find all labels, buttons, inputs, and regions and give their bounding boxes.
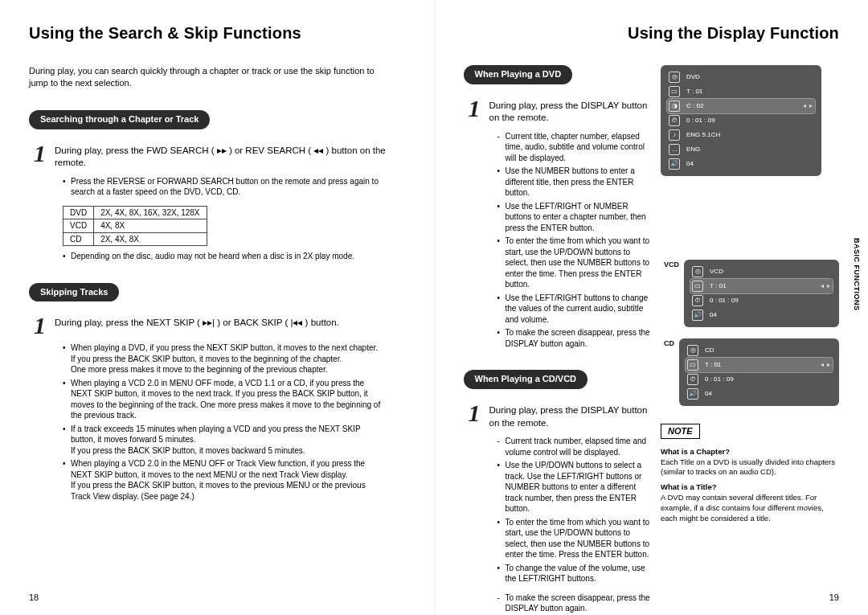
osd-icon: ⏱ bbox=[692, 295, 703, 306]
osd-text: ENG 5.1CH bbox=[686, 131, 720, 140]
arrows-icon: ◂ ▸ bbox=[821, 282, 831, 291]
note-block: What is a Chapter? Each Title on a DVD i… bbox=[661, 447, 839, 524]
section-heading-cdvcd: When Playing a CD/VCD bbox=[464, 370, 588, 389]
step-1-dvd: 1 During play, press the DISPLAY button … bbox=[469, 97, 653, 125]
page-number: 19 bbox=[829, 592, 839, 604]
list-item: Current track number, elapsed time and v… bbox=[497, 436, 653, 457]
osd-display-vcd: ◎VCD▭T : 01◂ ▸⏱0 : 01 : 09🔊04 bbox=[684, 260, 839, 327]
page-18: Using the Search & Skip Functions During… bbox=[0, 0, 435, 615]
step-number: 1 bbox=[34, 314, 48, 336]
search-notes: Press the REVERSE or FORWARD SEARCH butt… bbox=[63, 176, 384, 198]
list-item: Use the NUMBER buttons to enter a differ… bbox=[497, 166, 653, 199]
osd-icon: 🔊 bbox=[692, 310, 703, 321]
list-item: To enter the time from which you want to… bbox=[497, 517, 653, 560]
note-question: What is a Chapter? bbox=[661, 447, 839, 457]
step-text: During play, press the DISPLAY button on… bbox=[489, 402, 653, 429]
speed-table: DVD2X, 4X, 8X, 16X, 32X, 128X VCD4X, 8X … bbox=[63, 206, 207, 247]
osd-text: CD bbox=[705, 346, 714, 355]
osd-display-cd: ◎CD▭T : 01◂ ▸⏱0 : 01 : 09🔊04 bbox=[679, 338, 839, 406]
osd-text: T : 01 bbox=[686, 88, 702, 96]
section-heading-search: Searching through a Chapter or Track bbox=[29, 110, 210, 129]
list-item: To enter the time from which you want to… bbox=[497, 236, 653, 290]
osd-text: 0 : 01 : 09 bbox=[710, 297, 739, 305]
section-heading-dvd: When Playing a DVD bbox=[464, 65, 573, 84]
osd-icon: ⏱ bbox=[687, 374, 698, 385]
list-item: To change the value of the volume, use t… bbox=[497, 563, 653, 584]
osd-row: ⏱0 : 01 : 09 bbox=[690, 293, 833, 308]
step-1-cdvcd: 1 During play, press the DISPLAY button … bbox=[469, 402, 653, 429]
osd-row: ▭T : 01◂ ▸ bbox=[690, 279, 833, 293]
step-text: During play, press the FWD SEARCH ( ▸▸ )… bbox=[55, 142, 405, 170]
osd-icon: 🔊 bbox=[687, 388, 698, 400]
osd-text: 04 bbox=[710, 311, 717, 320]
osd-display-dvd: ◎DVD▭T : 01◑C : 02◂ ▸⏱0 : 01 : 09♪ENG 5.… bbox=[661, 65, 821, 176]
osd-text: T : 01 bbox=[705, 361, 721, 370]
osd-text: 04 bbox=[705, 390, 712, 399]
list-item: When playing a VCD 2.0 in MENU OFF mode,… bbox=[63, 378, 384, 421]
step-text: During play, press the NEXT SKIP ( ▸▸| )… bbox=[55, 314, 339, 330]
step-number: 1 bbox=[469, 97, 483, 119]
osd-label-cd: CD bbox=[664, 338, 674, 348]
osd-icon: ◑ bbox=[669, 100, 680, 112]
osd-text: ENG bbox=[686, 146, 700, 154]
osd-icon: … bbox=[669, 144, 680, 155]
step-1-search: 1 During play, press the FWD SEARCH ( ▸▸… bbox=[34, 142, 405, 170]
arrows-icon: ◂ ▸ bbox=[803, 102, 813, 111]
search-footnote: Depending on the disc, audio may not be … bbox=[63, 251, 384, 262]
cell: VCD bbox=[63, 219, 94, 233]
osd-text: 0 : 01 : 09 bbox=[686, 117, 715, 125]
osd-text: VCD bbox=[710, 268, 723, 277]
side-column: ◎DVD▭T : 01◑C : 02◂ ▸⏱0 : 01 : 09♪ENG 5.… bbox=[661, 65, 839, 615]
step-1-skip: 1 During play, press the NEXT SKIP ( ▸▸|… bbox=[34, 314, 405, 336]
cell: 4X, 8X bbox=[94, 219, 207, 233]
note-heading: NOTE bbox=[661, 424, 700, 439]
osd-row: ▭T : 01 bbox=[667, 84, 815, 99]
step-number: 1 bbox=[469, 402, 483, 424]
page-number: 18 bbox=[29, 592, 39, 604]
osd-row: ♪ENG 5.1CH bbox=[667, 128, 815, 142]
list-item: Use the LEFT/RIGHT buttons to change the… bbox=[497, 293, 653, 326]
cdvcd-notes: Current track number, elapsed time and v… bbox=[497, 436, 653, 584]
page-title: Using the Display Function bbox=[464, 23, 840, 44]
cell: DVD bbox=[63, 206, 94, 219]
list-item: If a track exceeds 15 minutes when playi… bbox=[63, 424, 384, 457]
osd-icon: ▭ bbox=[669, 86, 680, 97]
note-question: What is a Title? bbox=[661, 482, 839, 493]
osd-row: …ENG bbox=[667, 142, 815, 157]
cell: CD bbox=[63, 232, 94, 246]
step-number: 1 bbox=[34, 142, 48, 164]
dvd-notes: Current title, chapter number, elapsed t… bbox=[497, 131, 653, 350]
osd-row: ◎DVD bbox=[667, 70, 815, 84]
arrows-icon: ◂ ▸ bbox=[821, 361, 831, 370]
list-item: To make the screen disappear, press the … bbox=[497, 327, 653, 349]
step-text: During play, press the DISPLAY button on… bbox=[489, 97, 653, 125]
osd-row: 🔊04 bbox=[686, 387, 833, 401]
osd-icon: ▭ bbox=[692, 281, 703, 292]
osd-row: 🔊04 bbox=[667, 157, 815, 171]
skip-notes: When playing a DVD, if you press the NEX… bbox=[63, 342, 384, 502]
osd-row: 🔊04 bbox=[690, 308, 833, 322]
osd-row: ⏱0 : 01 : 09 bbox=[686, 372, 833, 387]
osd-icon: 🔊 bbox=[669, 158, 680, 170]
intro-paragraph: During play, you can search quickly thro… bbox=[29, 65, 375, 89]
note-answer: A DVD may contain several different titl… bbox=[661, 493, 839, 523]
section-heading-skip: Skipping Tracks bbox=[29, 283, 119, 302]
list-item: Current title, chapter number, elapsed t… bbox=[497, 131, 653, 164]
main-column: When Playing a DVD 1 During play, press … bbox=[464, 65, 653, 615]
osd-icon: ◎ bbox=[687, 345, 698, 356]
list-item: Use the LEFT/RIGHT or NUMBER buttons to … bbox=[497, 201, 653, 234]
osd-row: ◑C : 02◂ ▸ bbox=[667, 99, 815, 113]
list-item: When playing a DVD, if you press the NEX… bbox=[63, 342, 384, 375]
list-item: Depending on the disc, audio may not be … bbox=[63, 251, 384, 262]
osd-text: C : 02 bbox=[686, 102, 703, 111]
osd-text: 0 : 01 : 09 bbox=[705, 375, 734, 384]
osd-text: T : 01 bbox=[710, 282, 726, 291]
osd-text: DVD bbox=[686, 73, 700, 82]
list-item: Press the REVERSE or FORWARD SEARCH butt… bbox=[63, 176, 384, 198]
page-19: Using the Display Function When Playing … bbox=[435, 0, 869, 615]
osd-icon: ◎ bbox=[692, 266, 703, 277]
cell: 2X, 4X, 8X bbox=[94, 232, 207, 246]
osd-icon: ▭ bbox=[687, 359, 698, 371]
osd-row: ⏱0 : 01 : 09 bbox=[667, 113, 815, 128]
list-item: Use the UP/DOWN buttons to select a trac… bbox=[497, 460, 653, 515]
